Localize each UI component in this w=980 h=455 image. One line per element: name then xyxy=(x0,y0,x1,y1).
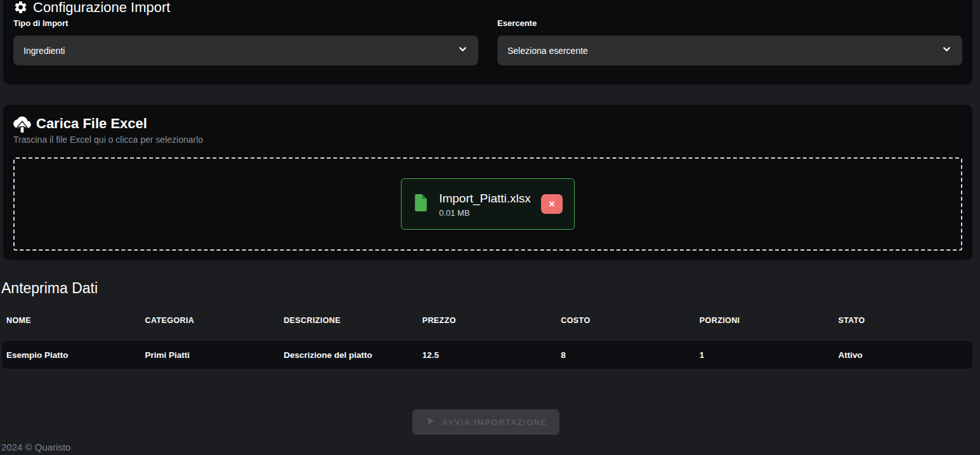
cell-costo: 8 xyxy=(556,350,695,360)
cell-porzioni: 1 xyxy=(695,350,834,360)
import-type-field: Tipo di Import Ingredienti xyxy=(13,18,478,65)
config-fields: Tipo di Import Ingredienti Esercente Sel… xyxy=(13,18,962,65)
file-name: Import_Piatti.xlsx xyxy=(439,191,531,206)
cell-prezzo: 12.5 xyxy=(418,350,557,360)
table-row: Esempio Piatto Primi Piatti Descrizione … xyxy=(2,341,972,369)
merchant-select[interactable]: Seleziona esercente xyxy=(497,36,962,65)
start-import-label: AVVIA IMPORTAZIONE xyxy=(442,418,547,427)
gear-icon xyxy=(13,0,28,15)
cell-descrizione: Descrizione del piatto xyxy=(279,350,418,360)
cell-categoria: Primi Piatti xyxy=(141,350,280,360)
preview-table-header: NOME CATEGORIA DESCRIZIONE PREZZO COSTO … xyxy=(2,316,972,325)
merchant-value: Seleziona esercente xyxy=(507,46,588,56)
merchant-field: Esercente Seleziona esercente xyxy=(497,18,962,65)
column-header-porzioni: PORZIONI xyxy=(695,316,834,325)
cell-stato: Attivo xyxy=(833,350,972,360)
upload-card: Carica File Excel Trascina il file Excel… xyxy=(3,105,972,260)
file-dropzone[interactable]: Import_Piatti.xlsx 0.01 MB ✕ xyxy=(13,157,962,251)
chevron-down-icon xyxy=(457,44,468,57)
config-card: Configurazione Import Tipo di Import Ing… xyxy=(3,0,972,84)
remove-file-button[interactable]: ✕ xyxy=(541,194,563,214)
cell-nome: Esempio Piatto xyxy=(2,350,141,360)
merchant-label: Esercente xyxy=(497,18,962,28)
column-header-nome: NOME xyxy=(2,316,141,325)
upload-title: Carica File Excel xyxy=(36,115,147,133)
upload-subtitle: Trascina il file Excel qui o clicca per … xyxy=(13,135,962,145)
file-size: 0.01 MB xyxy=(439,208,531,218)
upload-title-row: Carica File Excel xyxy=(13,114,962,133)
config-title-row: Configurazione Import xyxy=(13,0,962,16)
import-page: Configurazione Import Tipo di Import Ing… xyxy=(0,0,980,455)
import-type-select[interactable]: Ingredienti xyxy=(13,36,478,65)
cloud-upload-icon xyxy=(13,114,31,133)
uploaded-file-card: Import_Piatti.xlsx 0.01 MB ✕ xyxy=(401,178,575,230)
preview-title: Anteprima Dati xyxy=(1,280,98,297)
close-icon: ✕ xyxy=(548,199,555,209)
file-icon xyxy=(413,194,429,214)
import-type-value: Ingredienti xyxy=(23,46,65,56)
config-title: Configurazione Import xyxy=(33,0,170,16)
import-type-label: Tipo di Import xyxy=(13,18,478,28)
column-header-costo: COSTO xyxy=(556,316,695,325)
start-import-button[interactable]: AVVIA IMPORTAZIONE xyxy=(412,409,559,435)
play-icon xyxy=(425,416,436,428)
file-meta: Import_Piatti.xlsx 0.01 MB xyxy=(439,191,531,218)
column-header-categoria: CATEGORIA xyxy=(141,316,280,325)
column-header-descrizione: DESCRIZIONE xyxy=(279,316,418,325)
column-header-stato: STATO xyxy=(833,316,972,325)
chevron-down-icon xyxy=(941,44,952,57)
copyright-text: 2024 © Quaristo xyxy=(1,442,70,452)
column-header-prezzo: PREZZO xyxy=(418,316,557,325)
